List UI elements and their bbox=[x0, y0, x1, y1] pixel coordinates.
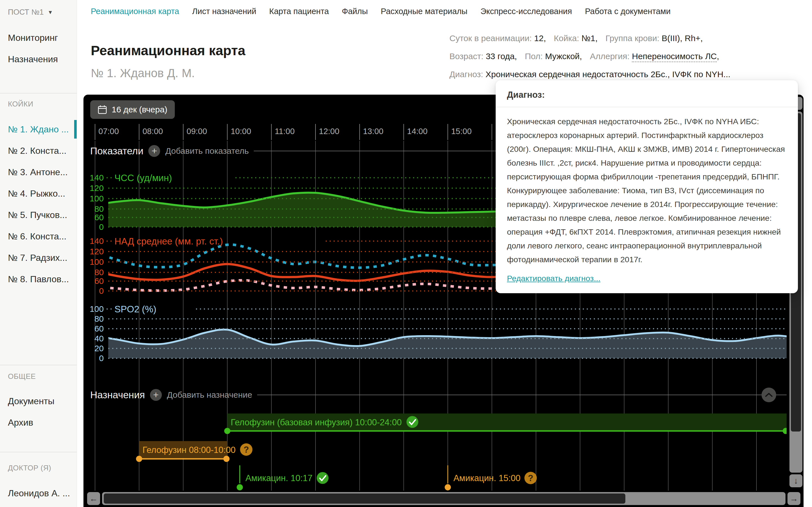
divider bbox=[496, 107, 798, 107]
svg-text:10:00: 10:00 bbox=[231, 127, 251, 136]
svg-text:140: 140 bbox=[90, 173, 104, 182]
sidebar-item-general[interactable]: Документы bbox=[0, 390, 77, 412]
divider bbox=[0, 365, 77, 365]
sidebar-item-bed[interactable]: № 6. Конста... bbox=[0, 226, 77, 247]
tab[interactable]: Экспресс-исследования bbox=[480, 5, 572, 17]
tab[interactable]: Реанимационная карта bbox=[91, 5, 179, 17]
svg-text:13:00: 13:00 bbox=[363, 127, 384, 136]
svg-text:11:00: 11:00 bbox=[275, 127, 295, 136]
svg-text:60: 60 bbox=[94, 213, 104, 222]
svg-text:0: 0 bbox=[99, 222, 104, 231]
divider bbox=[257, 395, 786, 395]
svg-text:100: 100 bbox=[90, 194, 104, 203]
sidebar: ПОСТ №1 ▼ МониторингНазначения КОЙКИ № 1… bbox=[0, 0, 77, 507]
beds-list: № 1. Ждано ...№ 2. Конста...№ 3. Антоне.… bbox=[0, 119, 77, 290]
scroll-left-button[interactable]: ← bbox=[87, 492, 100, 505]
general-section-label: ОБЩЕЕ bbox=[8, 372, 36, 381]
patient-field: Диагноз: Хроническая сердечная недостато… bbox=[449, 69, 730, 79]
patient-info-row: Суток в реанимации: 12,Койка: №1,Группа … bbox=[449, 29, 808, 47]
app-root: ПОСТ №1 ▼ МониторингНазначения КОЙКИ № 1… bbox=[0, 0, 812, 507]
svg-text:Гелофузин (базовая инфузия) 10: Гелофузин (базовая инфузия) 10:00-24:00 bbox=[231, 417, 402, 427]
tab[interactable]: Файлы bbox=[342, 5, 368, 17]
sidebar-item-bed[interactable]: № 8. Павлов... bbox=[0, 269, 77, 290]
add-order-icon[interactable]: + bbox=[150, 389, 162, 401]
sidebar-item-doctor[interactable]: Леонидов А. ... bbox=[0, 483, 77, 504]
date-picker-button[interactable]: 16 дек (вчера) bbox=[90, 100, 175, 119]
sidebar-item-bed[interactable]: № 5. Пучков... bbox=[0, 204, 77, 226]
chevron-up-icon bbox=[765, 392, 773, 397]
svg-text:09:00: 09:00 bbox=[187, 127, 207, 136]
patient-field: Пол: Мужской, bbox=[525, 52, 582, 61]
sidebar-nav-item[interactable]: Назначения bbox=[0, 48, 77, 70]
svg-text:Амикацин. 10:17: Амикацин. 10:17 bbox=[245, 473, 312, 483]
svg-text:80: 80 bbox=[94, 204, 104, 214]
sidebar-item-bed[interactable]: № 1. Ждано ... bbox=[0, 119, 77, 140]
svg-text:12:00: 12:00 bbox=[319, 127, 340, 136]
svg-text:Гелофузин 08:00-10:00: Гелофузин 08:00-10:00 bbox=[142, 445, 236, 455]
page-title: Реанимационная карта bbox=[91, 43, 245, 58]
svg-text:40: 40 bbox=[94, 334, 104, 343]
svg-text:0: 0 bbox=[99, 353, 104, 363]
sidebar-item-bed[interactable]: № 3. Антоне... bbox=[0, 161, 77, 183]
svg-text:15:00: 15:00 bbox=[451, 127, 472, 136]
arrow-left-icon: ← bbox=[89, 494, 98, 503]
svg-text:07:00: 07:00 bbox=[98, 127, 119, 136]
svg-text:140: 140 bbox=[90, 236, 104, 245]
svg-text:ЧСС (уд/мин): ЧСС (уд/мин) bbox=[114, 173, 172, 183]
diagnosis-text: Хроническая сердечная недостаточность 2Б… bbox=[507, 115, 786, 267]
svg-text:08:00: 08:00 bbox=[142, 127, 163, 136]
tab[interactable]: Карта пациента bbox=[269, 5, 329, 17]
post-label: ПОСТ №1 bbox=[8, 8, 44, 17]
post-selector[interactable]: ПОСТ №1 ▼ bbox=[8, 8, 53, 17]
tab[interactable]: Работа с документами bbox=[585, 5, 671, 17]
gantt-item[interactable]: Амикацин. 10:17 bbox=[237, 465, 328, 490]
tooltip-title: Диагноз: bbox=[507, 90, 786, 100]
patient-field: Возраст: 33 года, bbox=[449, 52, 517, 61]
edit-diagnosis-link[interactable]: Редактировать диагноз... bbox=[507, 274, 601, 283]
top-tabs: Реанимационная картаЛист назначенийКарта… bbox=[91, 5, 671, 17]
divider bbox=[0, 93, 77, 94]
svg-text:120: 120 bbox=[90, 247, 104, 256]
patient-name-subtitle: № 1. Жданов Д. М. bbox=[91, 66, 195, 80]
svg-text:120: 120 bbox=[90, 183, 104, 193]
gantt-item[interactable]: Гелофузин (базовая инфузия) 10:00-24:00 bbox=[224, 413, 789, 434]
sidebar-item-general[interactable]: Архив bbox=[0, 412, 77, 433]
indicators-title: Показатели bbox=[90, 145, 143, 157]
beds-section-label: КОЙКИ bbox=[8, 100, 33, 108]
general-list: ДокументыАрхив bbox=[0, 390, 77, 433]
calendar-icon bbox=[98, 105, 107, 114]
patient-field: Койка: №1, bbox=[554, 34, 598, 43]
tab[interactable]: Лист назначений bbox=[192, 5, 256, 17]
gantt-item[interactable]: Гелофузин 08:00-10:00? bbox=[136, 441, 252, 462]
svg-text:SPO2 (%): SPO2 (%) bbox=[114, 304, 156, 314]
svg-text:100: 100 bbox=[90, 304, 104, 314]
horizontal-scrollbar-thumb[interactable] bbox=[104, 494, 625, 504]
scroll-down-button[interactable]: ↓ bbox=[790, 474, 802, 487]
svg-text:?: ? bbox=[244, 445, 249, 455]
sidebar-nav-item[interactable]: Мониторинг bbox=[0, 27, 77, 48]
gantt-item[interactable]: Амикацин. 15:00? bbox=[445, 465, 537, 490]
sidebar-item-bed[interactable]: № 2. Конста... bbox=[0, 140, 77, 161]
svg-text:100: 100 bbox=[90, 257, 104, 267]
svg-text:14:00: 14:00 bbox=[407, 127, 428, 136]
sidebar-item-bed[interactable]: № 4. Рыжко... bbox=[0, 183, 77, 204]
orders-title: Назначения bbox=[90, 389, 145, 400]
svg-text:20: 20 bbox=[94, 344, 104, 353]
svg-text:60: 60 bbox=[94, 324, 104, 333]
svg-text:60: 60 bbox=[94, 276, 104, 286]
add-order-button[interactable]: Добавить назначение bbox=[167, 390, 252, 400]
arrow-down-icon: ↓ bbox=[794, 476, 798, 486]
add-indicator-icon[interactable]: + bbox=[148, 145, 160, 157]
horizontal-scrollbar[interactable] bbox=[102, 492, 785, 505]
add-indicator-button[interactable]: Добавить показатель bbox=[165, 146, 249, 156]
patient-info-row: Возраст: 33 года,Пол: Мужской,Аллергия: … bbox=[449, 47, 808, 65]
svg-text:80: 80 bbox=[94, 314, 104, 323]
svg-text:80: 80 bbox=[94, 268, 104, 277]
svg-text:0: 0 bbox=[99, 286, 104, 295]
collapse-orders-button[interactable] bbox=[762, 388, 776, 402]
patient-field: Суток в реанимации: 12, bbox=[449, 34, 546, 43]
scroll-right-button[interactable]: → bbox=[788, 492, 801, 505]
svg-text:НАД среднее (мм. рт. ст.): НАД среднее (мм. рт. ст.) bbox=[114, 236, 223, 246]
sidebar-item-bed[interactable]: № 7. Радзих... bbox=[0, 247, 77, 269]
tab[interactable]: Расходные материалы bbox=[381, 5, 467, 17]
